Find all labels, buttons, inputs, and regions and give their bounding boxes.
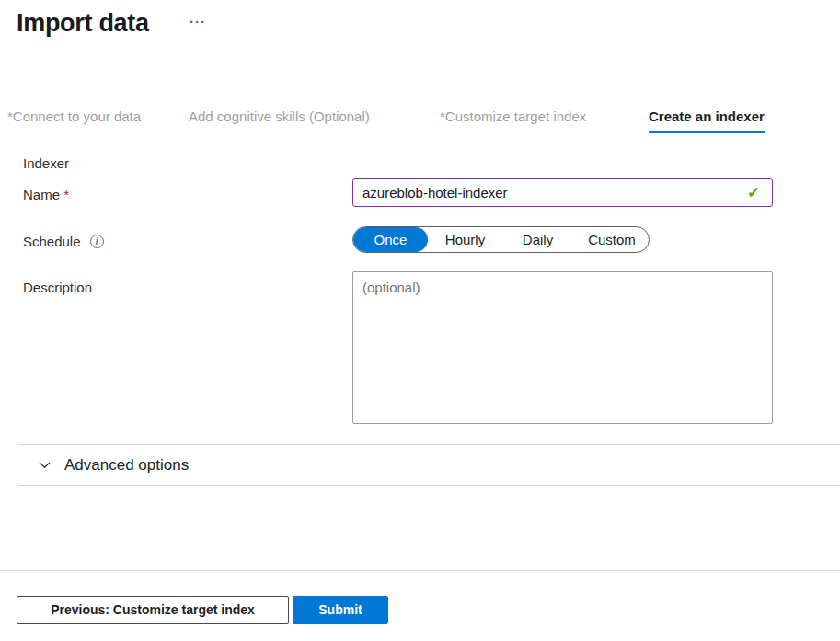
schedule-field-label: Schedule i	[23, 234, 104, 249]
schedule-option-once[interactable]: Once	[353, 227, 428, 252]
import-data-wizard: Import data ··· *Connect to your data Ad…	[0, 0, 840, 641]
schedule-option-daily[interactable]: Daily	[502, 227, 573, 252]
schedule-segmented-control: Once Hourly Daily Custom	[352, 226, 650, 253]
tab-add-cognitive-skills[interactable]: Add cognitive skills (Optional)	[189, 109, 370, 131]
divider	[18, 485, 840, 486]
advanced-options-toggle[interactable]: Advanced options	[18, 445, 840, 485]
name-field-label: Name *	[23, 187, 69, 202]
advanced-options-label: Advanced options	[64, 456, 189, 475]
tab-connect-to-your-data[interactable]: *Connect to your data	[7, 109, 141, 131]
description-field-label: Description	[23, 280, 92, 295]
more-options-icon[interactable]: ···	[190, 15, 206, 29]
required-asterisk: *	[63, 187, 69, 202]
chevron-down-icon	[38, 458, 52, 472]
footer-divider	[0, 570, 840, 571]
indexer-name-input[interactable]	[352, 178, 773, 207]
tab-customize-target-index[interactable]: *Customize target index	[440, 109, 586, 131]
schedule-option-hourly[interactable]: Hourly	[428, 227, 502, 252]
schedule-option-custom[interactable]: Custom	[573, 227, 650, 252]
submit-button[interactable]: Submit	[293, 596, 388, 624]
tab-create-an-indexer[interactable]: Create an indexer	[649, 109, 765, 133]
indexer-section-label: Indexer	[23, 155, 69, 171]
page-title: Import data	[17, 9, 149, 38]
info-icon[interactable]: i	[90, 235, 104, 248]
description-textarea[interactable]	[352, 271, 773, 424]
previous-step-button[interactable]: Previous: Customize target index	[17, 596, 289, 624]
